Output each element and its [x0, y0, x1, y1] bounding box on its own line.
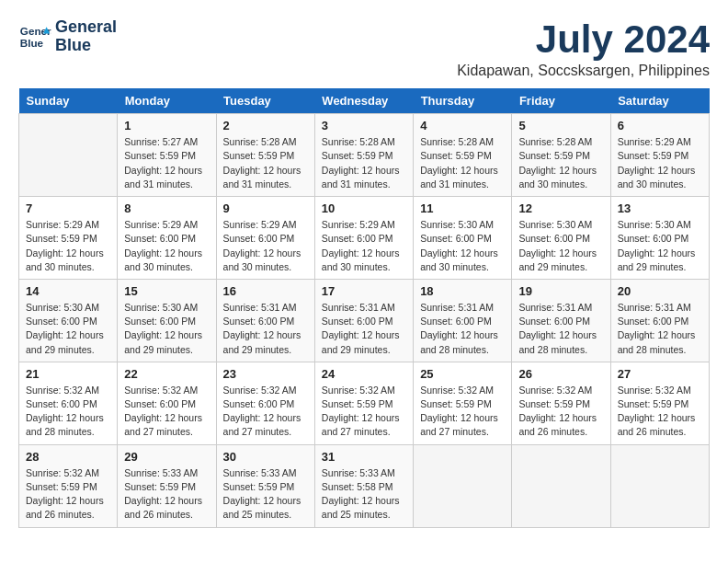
day-cell: 31Sunrise: 5:33 AM Sunset: 5:58 PM Dayli…: [314, 444, 413, 527]
day-number: 1: [124, 119, 209, 132]
day-info: Sunrise: 5:29 AM Sunset: 6:00 PM Dayligh…: [223, 218, 308, 274]
week-row-1: 1Sunrise: 5:27 AM Sunset: 5:59 PM Daylig…: [19, 114, 710, 197]
day-cell: 28Sunrise: 5:32 AM Sunset: 5:59 PM Dayli…: [19, 444, 118, 527]
day-info: Sunrise: 5:33 AM Sunset: 5:58 PM Dayligh…: [322, 466, 406, 523]
day-info: Sunrise: 5:31 AM Sunset: 6:00 PM Dayligh…: [223, 301, 308, 357]
day-info: Sunrise: 5:30 AM Sunset: 6:00 PM Dayligh…: [618, 218, 702, 274]
day-cell: 20Sunrise: 5:31 AM Sunset: 6:00 PM Dayli…: [610, 279, 709, 362]
day-number: 26: [518, 367, 603, 381]
day-number: 24: [322, 367, 406, 381]
day-info: Sunrise: 5:32 AM Sunset: 5:59 PM Dayligh…: [618, 384, 702, 440]
day-info: Sunrise: 5:32 AM Sunset: 5:59 PM Dayligh…: [518, 384, 603, 440]
day-number: 12: [518, 201, 603, 215]
week-row-2: 7Sunrise: 5:29 AM Sunset: 5:59 PM Daylig…: [19, 197, 710, 280]
day-number: 3: [322, 119, 406, 132]
day-info: Sunrise: 5:32 AM Sunset: 6:00 PM Dayligh…: [124, 384, 209, 440]
day-info: Sunrise: 5:33 AM Sunset: 5:59 PM Dayligh…: [124, 466, 209, 523]
day-cell: 9Sunrise: 5:29 AM Sunset: 6:00 PM Daylig…: [216, 197, 314, 280]
day-cell: 3Sunrise: 5:28 AM Sunset: 5:59 PM Daylig…: [314, 114, 413, 197]
day-info: Sunrise: 5:33 AM Sunset: 5:59 PM Dayligh…: [223, 466, 308, 523]
day-number: 16: [223, 284, 308, 298]
day-info: Sunrise: 5:31 AM Sunset: 6:00 PM Dayligh…: [618, 301, 702, 357]
day-number: 23: [223, 367, 308, 381]
day-number: 21: [26, 367, 110, 381]
day-number: 7: [26, 201, 110, 215]
day-number: 5: [518, 119, 603, 132]
day-info: Sunrise: 5:31 AM Sunset: 6:00 PM Dayligh…: [322, 301, 406, 357]
day-cell: 5Sunrise: 5:28 AM Sunset: 5:59 PM Daylig…: [512, 114, 610, 197]
day-cell: [610, 444, 709, 527]
header-cell-friday: Friday: [512, 88, 610, 114]
day-info: Sunrise: 5:32 AM Sunset: 5:59 PM Dayligh…: [420, 384, 505, 440]
week-row-5: 28Sunrise: 5:32 AM Sunset: 5:59 PM Dayli…: [19, 444, 710, 527]
calendar-header-row: SundayMondayTuesdayWednesdayThursdayFrid…: [19, 88, 710, 114]
day-number: 29: [124, 450, 209, 464]
day-cell: 21Sunrise: 5:32 AM Sunset: 6:00 PM Dayli…: [19, 362, 118, 444]
day-cell: 30Sunrise: 5:33 AM Sunset: 5:59 PM Dayli…: [216, 444, 314, 527]
day-info: Sunrise: 5:28 AM Sunset: 5:59 PM Dayligh…: [518, 135, 603, 191]
logo-text-line2: Blue: [55, 37, 117, 55]
day-info: Sunrise: 5:31 AM Sunset: 6:00 PM Dayligh…: [420, 301, 505, 357]
day-info: Sunrise: 5:29 AM Sunset: 5:59 PM Dayligh…: [26, 218, 110, 274]
day-info: Sunrise: 5:29 AM Sunset: 6:00 PM Dayligh…: [322, 218, 406, 274]
day-cell: [512, 444, 610, 527]
page-subtitle: Kidapawan, Soccsksargen, Philippines: [457, 63, 710, 79]
day-cell: 16Sunrise: 5:31 AM Sunset: 6:00 PM Dayli…: [216, 279, 314, 362]
header-cell-tuesday: Tuesday: [216, 88, 314, 114]
day-cell: [414, 444, 512, 527]
day-info: Sunrise: 5:31 AM Sunset: 6:00 PM Dayligh…: [518, 301, 603, 357]
day-cell: 14Sunrise: 5:30 AM Sunset: 6:00 PM Dayli…: [19, 279, 118, 362]
header-cell-wednesday: Wednesday: [314, 88, 413, 114]
day-cell: 10Sunrise: 5:29 AM Sunset: 6:00 PM Dayli…: [314, 197, 413, 280]
day-info: Sunrise: 5:28 AM Sunset: 5:59 PM Dayligh…: [223, 135, 308, 191]
day-info: Sunrise: 5:27 AM Sunset: 5:59 PM Dayligh…: [124, 135, 209, 191]
logo: General Blue General Blue: [18, 18, 117, 55]
header-cell-monday: Monday: [118, 88, 216, 114]
day-cell: 1Sunrise: 5:27 AM Sunset: 5:59 PM Daylig…: [118, 114, 216, 197]
day-cell: 4Sunrise: 5:28 AM Sunset: 5:59 PM Daylig…: [414, 114, 512, 197]
day-cell: 26Sunrise: 5:32 AM Sunset: 5:59 PM Dayli…: [512, 362, 610, 444]
day-info: Sunrise: 5:29 AM Sunset: 5:59 PM Dayligh…: [618, 135, 702, 191]
header-cell-thursday: Thursday: [414, 88, 512, 114]
week-row-3: 14Sunrise: 5:30 AM Sunset: 6:00 PM Dayli…: [19, 279, 710, 362]
day-cell: 2Sunrise: 5:28 AM Sunset: 5:59 PM Daylig…: [216, 114, 314, 197]
title-area: July 2024 Kidapawan, Soccsksargen, Phili…: [457, 18, 710, 79]
day-number: 6: [618, 119, 702, 132]
day-number: 20: [618, 284, 702, 298]
day-cell: 27Sunrise: 5:32 AM Sunset: 5:59 PM Dayli…: [610, 362, 709, 444]
day-cell: 25Sunrise: 5:32 AM Sunset: 5:59 PM Dayli…: [414, 362, 512, 444]
day-number: 18: [420, 284, 505, 298]
header-cell-sunday: Sunday: [19, 88, 118, 114]
day-number: 11: [420, 201, 505, 215]
day-cell: 24Sunrise: 5:32 AM Sunset: 5:59 PM Dayli…: [314, 362, 413, 444]
day-cell: 29Sunrise: 5:33 AM Sunset: 5:59 PM Dayli…: [118, 444, 216, 527]
day-cell: 22Sunrise: 5:32 AM Sunset: 6:00 PM Dayli…: [118, 362, 216, 444]
page-title: July 2024: [457, 18, 710, 61]
day-cell: 17Sunrise: 5:31 AM Sunset: 6:00 PM Dayli…: [314, 279, 413, 362]
logo-text-line1: General: [55, 18, 117, 37]
day-info: Sunrise: 5:32 AM Sunset: 5:59 PM Dayligh…: [322, 384, 406, 440]
day-info: Sunrise: 5:28 AM Sunset: 5:59 PM Dayligh…: [420, 135, 505, 191]
day-number: 9: [223, 201, 308, 215]
day-number: 17: [322, 284, 406, 298]
day-info: Sunrise: 5:32 AM Sunset: 6:00 PM Dayligh…: [223, 384, 308, 440]
day-number: 10: [322, 201, 406, 215]
day-info: Sunrise: 5:30 AM Sunset: 6:00 PM Dayligh…: [26, 301, 110, 357]
header-cell-saturday: Saturday: [610, 88, 709, 114]
day-number: 27: [618, 367, 702, 381]
header: General Blue General Blue July 2024 Kida…: [18, 18, 710, 79]
day-number: 2: [223, 119, 308, 132]
day-number: 14: [26, 284, 110, 298]
day-number: 30: [223, 450, 308, 464]
day-cell: 18Sunrise: 5:31 AM Sunset: 6:00 PM Dayli…: [414, 279, 512, 362]
day-cell: 23Sunrise: 5:32 AM Sunset: 6:00 PM Dayli…: [216, 362, 314, 444]
day-number: 15: [124, 284, 209, 298]
day-cell: 7Sunrise: 5:29 AM Sunset: 5:59 PM Daylig…: [19, 197, 118, 280]
day-info: Sunrise: 5:30 AM Sunset: 6:00 PM Dayligh…: [420, 218, 505, 274]
day-cell: 8Sunrise: 5:29 AM Sunset: 6:00 PM Daylig…: [118, 197, 216, 280]
day-cell: 6Sunrise: 5:29 AM Sunset: 5:59 PM Daylig…: [610, 114, 709, 197]
day-number: 28: [26, 450, 110, 464]
day-number: 25: [420, 367, 505, 381]
day-number: 22: [124, 367, 209, 381]
day-cell: 19Sunrise: 5:31 AM Sunset: 6:00 PM Dayli…: [512, 279, 610, 362]
